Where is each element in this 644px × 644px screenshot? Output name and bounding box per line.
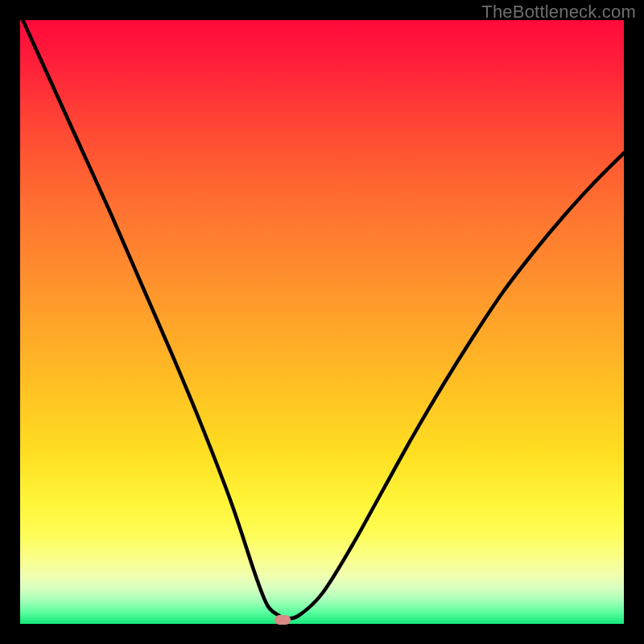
chart-frame: TheBottleneck.com — [0, 0, 644, 644]
optimal-point-marker — [275, 615, 291, 625]
plot-area — [20, 20, 624, 624]
watermark-text: TheBottleneck.com — [481, 2, 636, 23]
bottleneck-curve — [20, 20, 624, 624]
